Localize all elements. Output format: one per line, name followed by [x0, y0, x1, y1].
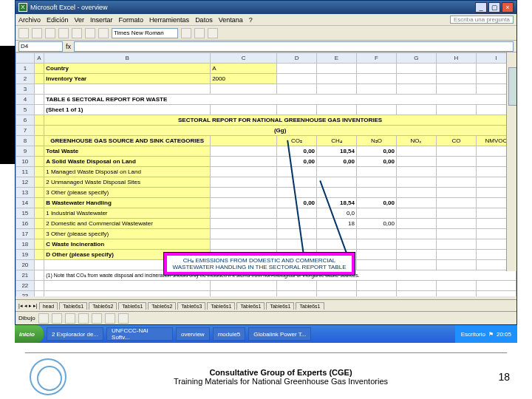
textbox-icon[interactable]: [105, 313, 115, 324]
cell[interactable]: 0,00: [277, 157, 317, 167]
menu-file[interactable]: Archivo: [18, 16, 41, 24]
fx-icon[interactable]: fx: [66, 43, 71, 50]
close-button[interactable]: ×: [502, 2, 514, 13]
row-header[interactable]: 14: [16, 198, 35, 208]
row-header[interactable]: 8: [16, 136, 35, 146]
col-header[interactable]: B: [44, 53, 211, 64]
tab-nav-first-icon[interactable]: |◂: [18, 303, 23, 309]
row-header[interactable]: 20: [16, 260, 35, 270]
menu-tools[interactable]: Herramientas: [149, 16, 189, 24]
cell[interactable]: 2 Unmanaged Waste Disposal Sites: [44, 177, 211, 188]
copy-icon[interactable]: [85, 28, 95, 38]
tray-icon[interactable]: ⚑: [488, 331, 494, 338]
cell[interactable]: CO₂: [277, 136, 317, 146]
cut-icon[interactable]: [72, 28, 82, 38]
sheet-tab[interactable]: Table6s2: [89, 302, 117, 310]
cell[interactable]: 18,54: [317, 146, 357, 157]
taskbar-item[interactable]: overview: [176, 327, 210, 341]
italic-icon[interactable]: [194, 28, 205, 38]
sheet-tab[interactable]: Table6s1: [118, 302, 146, 310]
cell[interactable]: (Gg): [44, 126, 516, 136]
paste-icon[interactable]: [98, 28, 109, 38]
cell[interactable]: 3 Other (please specify): [44, 188, 211, 198]
row-header[interactable]: 17: [16, 229, 35, 239]
tray-label[interactable]: Escritorio: [461, 331, 485, 338]
tab-nav-prev-icon[interactable]: ◂: [24, 303, 27, 309]
cell[interactable]: 0,00: [357, 198, 397, 208]
row-header[interactable]: 1: [16, 64, 35, 74]
menu-view[interactable]: Ver: [75, 16, 85, 24]
cell[interactable]: Total Waste: [44, 146, 211, 157]
cell[interactable]: 0,00: [317, 157, 357, 167]
arrow-icon[interactable]: [65, 313, 75, 324]
minimize-button[interactable]: _: [475, 2, 487, 13]
cell[interactable]: 1 Industrial Wastewater: [44, 208, 211, 219]
row-header[interactable]: 10: [16, 157, 35, 167]
draw-menu[interactable]: Dibujo: [18, 315, 35, 321]
autoshapes-icon[interactable]: [38, 313, 49, 324]
col-header[interactable]: H: [436, 53, 476, 64]
menu-help[interactable]: ?: [249, 16, 253, 24]
cell[interactable]: Country: [44, 64, 211, 74]
sheet-tab[interactable]: head: [39, 302, 58, 310]
row-header[interactable]: 2: [16, 74, 35, 84]
taskbar-item[interactable]: module5: [213, 327, 246, 341]
cell[interactable]: A: [211, 64, 277, 74]
cell[interactable]: TABLE 6 SECTORAL REPORT FOR WASTE: [44, 95, 516, 105]
cell[interactable]: C Waste Incineration: [44, 239, 211, 250]
vertical-scrollbar[interactable]: [506, 52, 516, 271]
cell[interactable]: (Sheet 1 of 1): [44, 105, 211, 115]
sheet-tab[interactable]: Table6s1: [296, 302, 324, 310]
col-header[interactable]: A: [34, 53, 44, 64]
col-header[interactable]: C: [211, 53, 277, 64]
menu-window[interactable]: Ventana: [219, 16, 243, 24]
row-header[interactable]: 21: [16, 270, 35, 281]
ask-box[interactable]: Escriba una pregunta: [450, 16, 514, 24]
sheet-tab[interactable]: Table6s1: [59, 302, 87, 310]
taskbar-item[interactable]: Globalink Power T...: [248, 327, 311, 341]
row-header[interactable]: 6: [16, 115, 35, 126]
rectangle-icon[interactable]: [78, 313, 89, 324]
cell[interactable]: 2 Domestic and Commercial Wastewater: [44, 219, 211, 229]
tab-nav-last-icon[interactable]: ▸|: [33, 303, 38, 309]
cell[interactable]: SECTORAL REPORT FOR NATIONAL GREENHOUSE …: [44, 115, 516, 126]
cell[interactable]: 0,00: [277, 146, 317, 157]
tab-nav-next-icon[interactable]: ▸: [29, 303, 32, 309]
fill-color-icon[interactable]: [118, 313, 129, 324]
font-selector[interactable]: Times New Roman: [112, 28, 178, 38]
menu-data[interactable]: Datos: [195, 16, 213, 24]
row-header[interactable]: 3: [16, 84, 35, 95]
open-icon[interactable]: [32, 28, 42, 38]
taskbar-item[interactable]: UNFCCC-NAI Softv...: [106, 327, 173, 341]
menu-insert[interactable]: Insertar: [90, 16, 113, 24]
col-header[interactable]: G: [396, 53, 436, 64]
cell[interactable]: 3 Other (please specify): [44, 229, 211, 239]
underline-icon[interactable]: [208, 28, 218, 38]
row-header[interactable]: 16: [16, 219, 35, 229]
cell[interactable]: 0,00: [357, 219, 397, 229]
cell[interactable]: CO: [436, 136, 476, 146]
print-icon[interactable]: [58, 28, 69, 38]
cell[interactable]: 0,00: [357, 146, 397, 157]
sheet-tab[interactable]: Table6s2: [148, 302, 176, 310]
row-header[interactable]: 23: [16, 291, 35, 297]
cell[interactable]: CH₄: [317, 136, 357, 146]
row-header[interactable]: 7: [16, 126, 35, 136]
col-header[interactable]: D: [277, 53, 317, 64]
line-icon[interactable]: [52, 313, 62, 324]
menu-format[interactable]: Formato: [119, 16, 144, 24]
sheet-tab[interactable]: Table6s1: [266, 302, 294, 310]
row-header[interactable]: 13: [16, 188, 35, 198]
sheet-tab[interactable]: Table6s3: [177, 302, 205, 310]
col-header[interactable]: E: [317, 53, 357, 64]
cell[interactable]: B Wastewater Handling: [44, 198, 211, 208]
col-header[interactable]: F: [357, 53, 397, 64]
row-header[interactable]: 9: [16, 146, 35, 157]
cell[interactable]: 2000: [211, 74, 277, 84]
row-header[interactable]: 4: [16, 95, 35, 105]
sheet-tab[interactable]: Table6s1: [207, 302, 235, 310]
start-button[interactable]: Inicio: [15, 325, 44, 343]
cell[interactable]: N₂O: [357, 136, 397, 146]
clock[interactable]: 20:05: [497, 331, 511, 338]
row-header[interactable]: 5: [16, 105, 35, 115]
